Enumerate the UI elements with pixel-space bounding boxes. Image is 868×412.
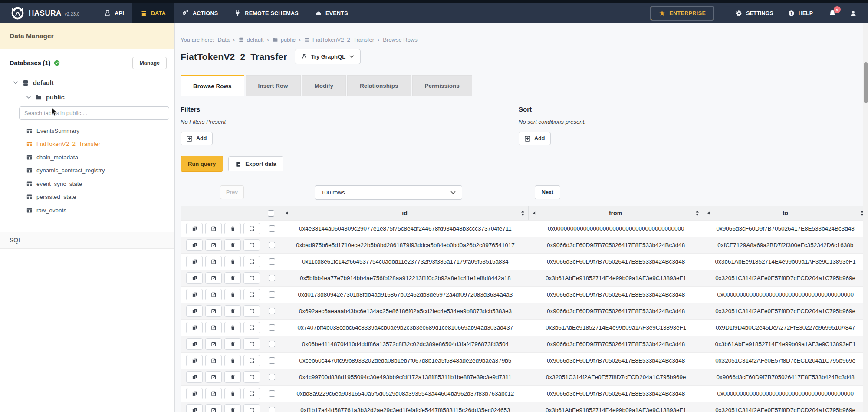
manage-button[interactable]: Manage	[132, 57, 167, 69]
row-checkbox[interactable]	[269, 291, 275, 298]
clone-row-button[interactable]	[186, 338, 203, 350]
nav-item-actions[interactable]: ACTIONS	[174, 3, 226, 23]
run-query-button[interactable]: Run query	[181, 156, 223, 172]
edit-row-button[interactable]	[205, 239, 222, 251]
edit-row-button[interactable]	[205, 404, 222, 412]
expand-row-button[interactable]	[243, 289, 260, 300]
tab-modify[interactable]: Modify	[302, 75, 346, 96]
nav-item-remote-schemas[interactable]: REMOTE SCHEMAS	[226, 3, 307, 23]
add-filter-button[interactable]: Add	[181, 132, 213, 145]
collapse-column-icon[interactable]	[285, 211, 288, 215]
breadcrumb-item[interactable]: FiatTokenV2_2_Transfer	[304, 36, 374, 43]
row-checkbox[interactable]	[269, 357, 275, 364]
column-header-from[interactable]: from	[528, 206, 703, 220]
row-checkbox[interactable]	[269, 407, 275, 412]
prev-page-button[interactable]: Prev	[220, 185, 244, 199]
expand-row-button[interactable]	[243, 338, 260, 350]
expand-row-button[interactable]	[243, 256, 260, 267]
tab-relationships[interactable]: Relationships	[347, 75, 411, 96]
sidebar-table-chain_metadata[interactable]: chain_metadata	[10, 151, 167, 164]
clone-row-button[interactable]	[186, 305, 203, 317]
nav-item-data[interactable]: DATA	[132, 3, 174, 23]
clone-row-button[interactable]	[186, 239, 203, 251]
row-checkbox[interactable]	[269, 341, 275, 347]
column-header-to[interactable]: to	[703, 206, 868, 220]
sidebar-table-raw_events[interactable]: raw_events	[10, 204, 167, 217]
schema-tree-item[interactable]: public	[10, 90, 167, 104]
rows-per-page-select[interactable]: 100 rows	[315, 185, 462, 200]
hasura-logo-icon[interactable]	[10, 6, 25, 20]
delete-row-button[interactable]	[224, 322, 241, 333]
edit-row-button[interactable]	[205, 388, 222, 399]
expand-row-button[interactable]	[243, 239, 260, 251]
sort-column-icon[interactable]	[695, 210, 699, 216]
clone-row-button[interactable]	[186, 272, 203, 284]
try-graphql-button[interactable]: Try GraphQL	[295, 49, 361, 64]
delete-row-button[interactable]	[224, 388, 241, 399]
expand-row-button[interactable]	[243, 305, 260, 317]
clone-row-button[interactable]	[186, 404, 203, 412]
add-sort-button[interactable]: Add	[519, 132, 551, 145]
clone-row-button[interactable]	[186, 355, 203, 366]
database-tree-item[interactable]: default	[10, 76, 167, 90]
notifications-button[interactable]: 9	[820, 3, 845, 23]
breadcrumb-item[interactable]: Data	[218, 36, 230, 43]
nav-item-api[interactable]: API	[96, 3, 132, 23]
delete-row-button[interactable]	[224, 371, 241, 383]
delete-row-button[interactable]	[224, 404, 241, 412]
tab-insert-row[interactable]: Insert Row	[246, 75, 301, 96]
expand-row-button[interactable]	[243, 371, 260, 383]
vertical-scrollbar[interactable]	[863, 23, 868, 412]
sidebar-table-persisted_state[interactable]: persisted_state	[10, 191, 167, 204]
edit-row-button[interactable]	[205, 272, 222, 284]
sidebar-table-FiatTokenV2_2_Transfer[interactable]: FiatTokenV2_2_Transfer	[10, 138, 167, 151]
row-checkbox[interactable]	[269, 225, 275, 232]
expand-row-button[interactable]	[243, 355, 260, 366]
version-label[interactable]: v2.23.0	[65, 11, 79, 16]
expand-row-button[interactable]	[243, 404, 260, 412]
row-checkbox[interactable]	[269, 275, 275, 281]
settings-button[interactable]: SETTINGS	[728, 3, 781, 23]
edit-row-button[interactable]	[205, 338, 222, 350]
edit-row-button[interactable]	[205, 223, 222, 234]
clone-row-button[interactable]	[186, 371, 203, 383]
edit-row-button[interactable]	[205, 305, 222, 317]
collapse-column-icon[interactable]	[707, 211, 710, 215]
clone-row-button[interactable]	[186, 289, 203, 300]
delete-row-button[interactable]	[224, 289, 241, 300]
edit-row-button[interactable]	[205, 256, 222, 267]
sql-nav-item[interactable]: SQL	[0, 232, 174, 249]
expand-row-button[interactable]	[243, 322, 260, 333]
chevron-down-icon[interactable]	[13, 80, 18, 86]
delete-row-button[interactable]	[224, 239, 241, 251]
collapse-column-icon[interactable]	[533, 211, 536, 215]
edit-row-button[interactable]	[205, 355, 222, 366]
chevron-down-icon[interactable]	[26, 95, 31, 100]
table-search-input[interactable]	[19, 106, 169, 120]
help-button[interactable]: ? HELP	[781, 3, 820, 23]
tab-permissions[interactable]: Permissions	[412, 75, 472, 96]
delete-row-button[interactable]	[224, 272, 241, 284]
delete-row-button[interactable]	[224, 355, 241, 366]
clone-row-button[interactable]	[186, 388, 203, 399]
nav-item-events[interactable]: EVENTS	[307, 3, 356, 23]
row-checkbox[interactable]	[269, 324, 275, 331]
edit-row-button[interactable]	[205, 289, 222, 300]
row-checkbox[interactable]	[269, 374, 275, 380]
expand-row-button[interactable]	[243, 388, 260, 399]
row-checkbox[interactable]	[269, 258, 275, 265]
sidebar-table-dynamic_contract_registry[interactable]: dynamic_contract_registry	[10, 164, 167, 178]
row-checkbox[interactable]	[269, 242, 275, 248]
expand-row-button[interactable]	[243, 223, 260, 234]
delete-row-button[interactable]	[224, 256, 241, 267]
sidebar-table-event_sync_state[interactable]: event_sync_state	[10, 177, 167, 191]
sort-column-icon[interactable]	[521, 210, 525, 216]
row-checkbox[interactable]	[269, 390, 275, 397]
delete-row-button[interactable]	[224, 223, 241, 234]
export-data-button[interactable]: Export data	[228, 156, 283, 171]
scrollbar-thumb[interactable]	[864, 62, 868, 103]
edit-row-button[interactable]	[205, 371, 222, 383]
clone-row-button[interactable]	[186, 256, 203, 267]
sidebar-table-EventsSummary[interactable]: EventsSummary	[10, 124, 167, 138]
user-menu-button[interactable]	[845, 3, 868, 23]
